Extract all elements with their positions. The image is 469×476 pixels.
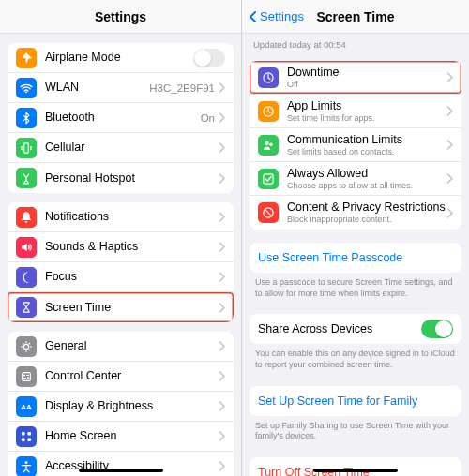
toggle-switch[interactable] <box>193 49 225 67</box>
row-label: Personal Hotspot <box>45 171 219 186</box>
allowed-icon <box>258 169 279 189</box>
settings-row-general[interactable]: General <box>8 332 234 362</box>
home-indicator[interactable] <box>313 469 398 472</box>
cellular-icon <box>16 138 37 158</box>
row-label: Cellular <box>45 141 219 155</box>
row-subtitle: Choose apps to allow at all times. <box>287 181 446 191</box>
row-subtitle: Off <box>287 80 446 90</box>
moon-icon <box>16 267 37 288</box>
settings-row-display-brightness[interactable]: AADisplay & Brightness <box>8 392 234 422</box>
chevron-right-icon <box>219 303 225 313</box>
row-label: Always Allowed <box>287 167 446 181</box>
sound-icon <box>16 237 37 258</box>
svg-point-2 <box>23 344 28 349</box>
settings-row-personal-hotspot[interactable]: Personal Hotspot <box>8 163 234 193</box>
screentime-row-app-limits[interactable]: App LimitsSet time limits for apps. <box>250 95 461 128</box>
control-icon <box>16 366 37 387</box>
settings-title: Settings <box>95 9 146 24</box>
svg-rect-7 <box>22 431 25 435</box>
row-label: Control Center <box>45 369 219 383</box>
chevron-right-icon <box>219 212 225 222</box>
row-value: On <box>201 112 215 124</box>
chevron-right-icon <box>446 140 453 150</box>
settings-panel: Settings Airplane ModeWLANH3C_2E9F91Blue… <box>0 0 242 476</box>
chevron-right-icon <box>446 72 453 82</box>
settings-row-screen-time[interactable]: Screen Time <box>8 292 234 322</box>
svg-rect-9 <box>22 438 25 441</box>
chevron-right-icon <box>446 173 453 184</box>
family-row[interactable]: Set Up Screen Time for Family <box>250 386 461 416</box>
screentime-header: Settings Screen Time <box>242 0 469 34</box>
home-indicator[interactable] <box>79 469 163 472</box>
settings-row-focus[interactable]: Focus <box>8 262 234 292</box>
settings-row-wlan[interactable]: WLANH3C_2E9F91 <box>8 73 234 103</box>
settings-row-sounds-haptics[interactable]: Sounds & Haptics <box>8 232 234 262</box>
settings-header: Settings <box>0 0 241 34</box>
chevron-right-icon <box>446 106 453 116</box>
aa-icon: AA <box>16 396 37 417</box>
settings-row-notifications[interactable]: Notifications <box>8 202 234 232</box>
settings-group: NotificationsSounds & HapticsFocusScreen… <box>8 202 234 322</box>
svg-point-4 <box>23 374 25 376</box>
family-footer: Set up Family Sharing to use Screen Time… <box>242 416 469 444</box>
settings-group: Airplane ModeWLANH3C_2E9F91BluetoothOnCe… <box>8 43 234 193</box>
access-icon <box>16 456 37 477</box>
screentime-row-always-allowed[interactable]: Always AllowedChoose apps to allow at al… <box>250 162 461 196</box>
row-label: Home Screen <box>45 429 219 443</box>
turnoff-row[interactable]: Turn Off Screen Time <box>250 457 461 476</box>
passcode-footer: Use a passcode to secure Screen Time set… <box>242 273 469 301</box>
svg-point-16 <box>265 141 268 144</box>
chevron-right-icon <box>219 401 225 411</box>
screentime-row-content-privacy-restrictions[interactable]: Content & Privacy RestrictionsBlock inap… <box>250 196 461 230</box>
airplane-icon <box>16 48 37 68</box>
screentime-row-communication-limits[interactable]: Communication LimitsSet limits based on … <box>250 128 461 162</box>
turnoff-group: Turn Off Screen Time <box>250 457 461 476</box>
svg-text:AA: AA <box>21 402 32 410</box>
svg-point-17 <box>269 142 272 145</box>
chevron-right-icon <box>219 272 225 282</box>
chevron-right-icon <box>219 461 225 471</box>
toggle-switch[interactable] <box>421 320 453 338</box>
settings-row-accessibility[interactable]: Accessibility <box>8 452 234 476</box>
settings-row-control-center[interactable]: Control Center <box>8 362 234 392</box>
row-label: Notifications <box>45 210 219 224</box>
wifi-icon <box>16 78 37 98</box>
svg-rect-10 <box>27 438 31 441</box>
applimits-icon <box>258 101 279 122</box>
settings-group: GeneralControl CenterAADisplay & Brightn… <box>8 332 234 476</box>
row-label: Communication Limits <box>287 133 446 147</box>
chevron-right-icon <box>219 431 225 441</box>
row-label: Content & Privacy Restrictions <box>287 201 446 215</box>
bluetooth-icon <box>16 108 37 128</box>
screentime-row-downtime[interactable]: DowntimeOff <box>250 61 461 95</box>
settings-row-bluetooth[interactable]: BluetoothOn <box>8 103 234 133</box>
back-button[interactable]: Settings <box>248 9 304 23</box>
svg-rect-3 <box>23 372 31 380</box>
chevron-right-icon <box>219 371 225 381</box>
back-label: Settings <box>260 9 304 23</box>
hourglass-icon <box>16 297 37 318</box>
chevron-right-icon <box>219 112 225 123</box>
chevron-right-icon <box>446 208 453 218</box>
chevron-right-icon <box>219 242 225 252</box>
settings-row-cellular[interactable]: Cellular <box>8 133 234 163</box>
share-footer: You can enable this on any device signed… <box>242 344 469 372</box>
row-subtitle: Block inappropriate content. <box>287 215 446 225</box>
screentime-panel: Settings Screen Time Updated today at 00… <box>242 0 469 476</box>
settings-row-home-screen[interactable]: Home Screen <box>8 422 234 452</box>
svg-point-5 <box>27 377 29 379</box>
share-label: Share Across Devices <box>258 322 421 336</box>
chevron-right-icon <box>219 173 225 184</box>
share-row[interactable]: Share Across Devices <box>250 314 461 344</box>
passcode-row[interactable]: Use Screen Time Passcode <box>250 243 461 273</box>
svg-rect-1 <box>24 142 28 152</box>
settings-row-airplane-mode[interactable]: Airplane Mode <box>8 43 234 73</box>
chevron-right-icon <box>219 341 225 351</box>
row-label: Display & Brightness <box>45 399 219 413</box>
svg-rect-8 <box>27 431 31 435</box>
row-label: Sounds & Haptics <box>45 240 219 254</box>
screentime-options: DowntimeOffApp LimitsSet time limits for… <box>250 61 461 230</box>
chevron-right-icon <box>219 142 225 153</box>
passcode-label: Use Screen Time Passcode <box>258 251 402 264</box>
hotspot-icon <box>16 168 37 188</box>
